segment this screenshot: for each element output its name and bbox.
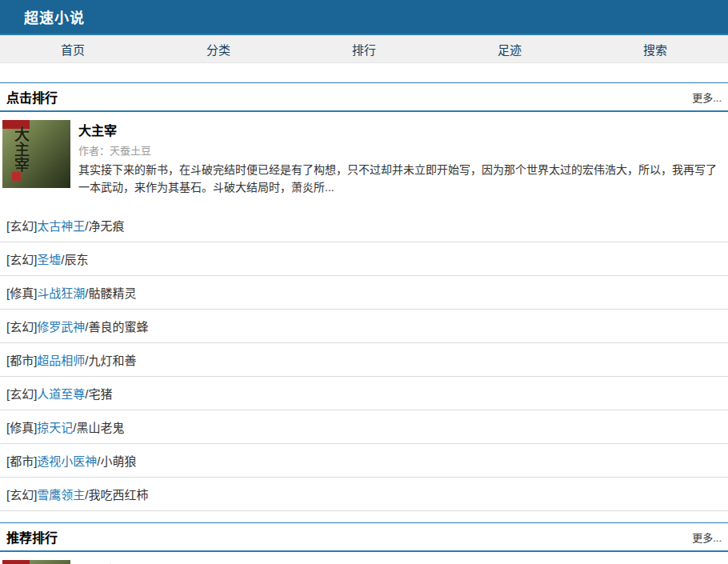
nav-item-footprints[interactable]: 足迹 bbox=[437, 35, 582, 62]
main-nav: 首页 分类 排行 足迹 搜索 bbox=[0, 35, 728, 63]
rank-list-item[interactable]: [修真]斗战狂潮/骷髅精灵 bbox=[0, 276, 728, 310]
book-author: /我吃西红柿 bbox=[85, 488, 148, 502]
book-title-link[interactable]: 超品相师 bbox=[37, 354, 85, 367]
book-title-link[interactable]: 人道至尊 bbox=[37, 387, 85, 401]
book-title-link[interactable]: 透视小医神 bbox=[37, 454, 97, 468]
book-category: [都市] bbox=[6, 354, 37, 367]
book-category: [玄幻] bbox=[6, 488, 37, 502]
more-link[interactable]: 更多... bbox=[692, 530, 722, 545]
site-title[interactable]: 超速小说 bbox=[24, 6, 85, 27]
featured-book-title[interactable]: 大主宰 bbox=[78, 120, 117, 139]
book-author: /九灯和善 bbox=[85, 354, 136, 367]
book-author: /小萌狼 bbox=[97, 454, 136, 468]
click-ranking-section: 点击排行 更多... 大主宰 大主宰 作者：天蚕土豆 其实接下来的新书，在斗破完… bbox=[0, 82, 728, 511]
rank-list-item[interactable]: [玄幻]太古神王/净无痕 bbox=[0, 209, 728, 242]
featured-book-body: 大主宰 作者：天蚕土豆 其实接下来的新书，在斗破完结时便已经是有了构想，只不过却… bbox=[78, 560, 722, 564]
featured-book-body: 大主宰 作者：天蚕土豆 其实接下来的新书，在斗破完结时便已经是有了构想，只不过却… bbox=[78, 120, 722, 196]
book-category: [玄幻] bbox=[6, 253, 37, 266]
rank-list-item[interactable]: [玄幻]圣墟/辰东 bbox=[0, 242, 728, 276]
featured-book-description: 其实接下来的新书，在斗破完结时便已经是有了构想，只不过却并未立即开始写，因为那个… bbox=[78, 162, 722, 196]
book-title-link[interactable]: 掠天记 bbox=[37, 421, 73, 434]
book-author: /骷髅精灵 bbox=[85, 286, 136, 300]
book-author: /黑山老鬼 bbox=[73, 421, 124, 434]
book-title-link[interactable]: 圣墟 bbox=[37, 253, 61, 266]
section-title: 点击排行 bbox=[6, 87, 58, 106]
nav-item-search[interactable]: 搜索 bbox=[582, 35, 728, 62]
recommend-ranking-section: 推荐排行 更多... 大主宰 大主宰 作者：天蚕土豆 其实接下来的新书，在斗破完… bbox=[0, 522, 728, 564]
book-title-link[interactable]: 修罗武神 bbox=[37, 320, 85, 334]
cover-seal bbox=[12, 172, 21, 181]
book-category: [玄幻] bbox=[6, 387, 37, 401]
rank-list-item[interactable]: [玄幻]人道至尊/宅猪 bbox=[0, 377, 728, 410]
book-title-link[interactable]: 斗战狂潮 bbox=[37, 286, 85, 300]
book-category: [都市] bbox=[6, 454, 37, 468]
section-title: 推荐排行 bbox=[6, 527, 58, 546]
featured-book-author: 作者：天蚕土豆 bbox=[78, 142, 722, 158]
nav-item-categories[interactable]: 分类 bbox=[146, 35, 291, 62]
rank-list-item[interactable]: [修真]掠天记/黑山老鬼 bbox=[0, 410, 728, 444]
book-author: /宅猪 bbox=[85, 387, 112, 401]
featured-book-title[interactable]: 大主宰 bbox=[78, 560, 117, 564]
cover-ribbon bbox=[2, 560, 30, 564]
click-ranking-header: 点击排行 更多... bbox=[0, 82, 728, 112]
book-category: [玄幻] bbox=[6, 320, 37, 334]
book-cover[interactable]: 大主宰 bbox=[2, 120, 70, 188]
book-author: /善良的蜜蜂 bbox=[85, 320, 148, 334]
rank-list-item[interactable]: [玄幻]修罗武神/善良的蜜蜂 bbox=[0, 310, 728, 343]
rank-list: [玄幻]太古神王/净无痕 [玄幻]圣墟/辰东 [修真]斗战狂潮/骷髅精灵 [玄幻… bbox=[0, 209, 728, 511]
book-title-link[interactable]: 雪鹰领主 bbox=[37, 488, 85, 502]
app-header: 超速小说 bbox=[0, 0, 728, 35]
rank-list-item[interactable]: [都市]透视小医神/小萌狼 bbox=[0, 444, 728, 478]
more-link[interactable]: 更多... bbox=[692, 90, 722, 105]
book-category: [修真] bbox=[6, 421, 37, 434]
featured-book[interactable]: 大主宰 大主宰 作者：天蚕土豆 其实接下来的新书，在斗破完结时便已经是有了构想，… bbox=[0, 552, 728, 564]
rank-list-item[interactable]: [玄幻]雪鹰领主/我吃西红柿 bbox=[0, 478, 728, 511]
cover-title-text: 大主宰 bbox=[10, 126, 32, 172]
book-title-link[interactable]: 太古神王 bbox=[37, 219, 85, 233]
nav-item-ranking[interactable]: 排行 bbox=[291, 35, 437, 62]
book-author: /辰东 bbox=[61, 253, 88, 266]
nav-item-home[interactable]: 首页 bbox=[0, 35, 146, 62]
rank-list-item[interactable]: [都市]超品相师/九灯和善 bbox=[0, 343, 728, 377]
book-author: /净无痕 bbox=[85, 219, 124, 233]
book-category: [玄幻] bbox=[6, 219, 37, 233]
book-category: [修真] bbox=[6, 286, 37, 300]
book-cover[interactable]: 大主宰 bbox=[2, 560, 70, 564]
featured-book[interactable]: 大主宰 大主宰 作者：天蚕土豆 其实接下来的新书，在斗破完结时便已经是有了构想，… bbox=[0, 112, 728, 202]
recommend-ranking-header: 推荐排行 更多... bbox=[0, 522, 728, 552]
